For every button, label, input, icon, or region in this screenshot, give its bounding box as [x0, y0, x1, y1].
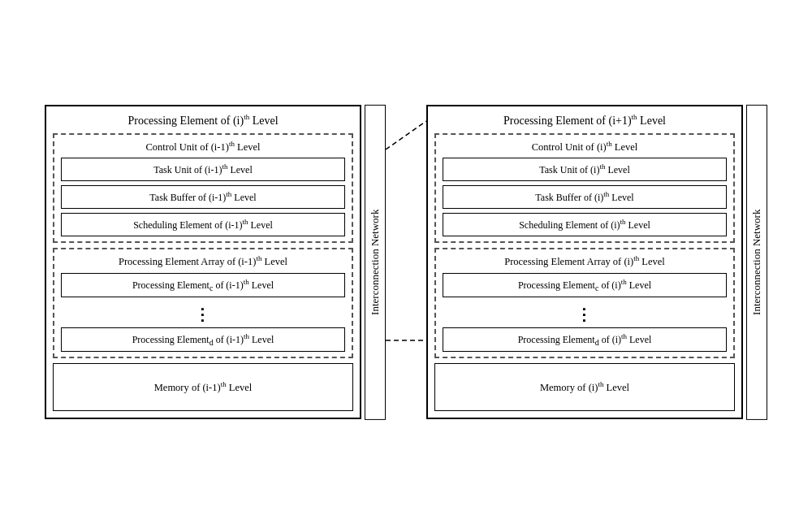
connector-area	[386, 105, 426, 420]
left-pe-with-interconnect: Processing Element of (i)th Level Contro…	[45, 105, 386, 420]
left-pe-array-box: Processing Element Array of (i-1)th Leve…	[53, 248, 353, 358]
right-memory-box: Memory of (i)th Level	[434, 363, 735, 411]
right-pe-title: Processing Element of (i+1)th Level	[434, 113, 735, 128]
left-pe-d-box: Processing Elementd of (i-1)th Level	[61, 327, 345, 352]
right-pe-c-box: Processing Elementc of (i)th Level	[443, 273, 727, 297]
right-control-title: Control Unit of (i)th Level	[443, 140, 727, 154]
left-pe-array-title: Processing Element Array of (i-1)th Leve…	[61, 254, 345, 268]
right-task-unit-box: Task Unit of (i)th Level	[443, 158, 727, 181]
right-dots: ⋮	[443, 301, 727, 327]
right-interconnect: Interconnection Network	[746, 105, 767, 420]
right-scheduling-box: Scheduling Element of (i)th Level	[443, 213, 727, 236]
left-control-title: Control Unit of (i-1)th Level	[61, 140, 345, 154]
left-scheduling-box: Scheduling Element of (i-1)th Level	[61, 213, 345, 236]
left-pe-box: Processing Element of (i)th Level Contro…	[45, 105, 361, 420]
left-task-buffer-box: Task Buffer of (i-1)th Level	[61, 185, 345, 209]
left-pe-c-box: Processing Elementc of (i-1)th Level	[61, 273, 345, 297]
left-dots: ⋮	[61, 301, 345, 327]
right-pe-array-box: Processing Element Array of (i)th Level …	[434, 248, 735, 358]
right-pe-array-title: Processing Element Array of (i)th Level	[443, 254, 727, 268]
connector-svg	[386, 105, 426, 524]
left-control-dashed-box: Control Unit of (i-1)th Level Task Unit …	[53, 133, 353, 243]
right-control-dashed-box: Control Unit of (i)th Level Task Unit of…	[434, 133, 735, 243]
left-pe-title: Processing Element of (i)th Level	[53, 113, 353, 128]
diagram-container: Processing Element of (i)th Level Contro…	[45, 105, 767, 420]
left-memory-box: Memory of (i-1)th Level	[53, 363, 353, 411]
right-pe-with-interconnect: Processing Element of (i+1)th Level Cont…	[426, 105, 767, 420]
svg-line-0	[386, 121, 426, 149]
left-interconnect: Interconnection Network	[365, 105, 386, 420]
left-task-unit-box: Task Unit of (i-1)th Level	[61, 158, 345, 181]
right-task-buffer-box: Task Buffer of (i)th Level	[443, 185, 727, 209]
right-pe-box: Processing Element of (i+1)th Level Cont…	[426, 105, 743, 420]
right-pe-d-box: Processing Elementd of (i)th Level	[443, 327, 727, 352]
